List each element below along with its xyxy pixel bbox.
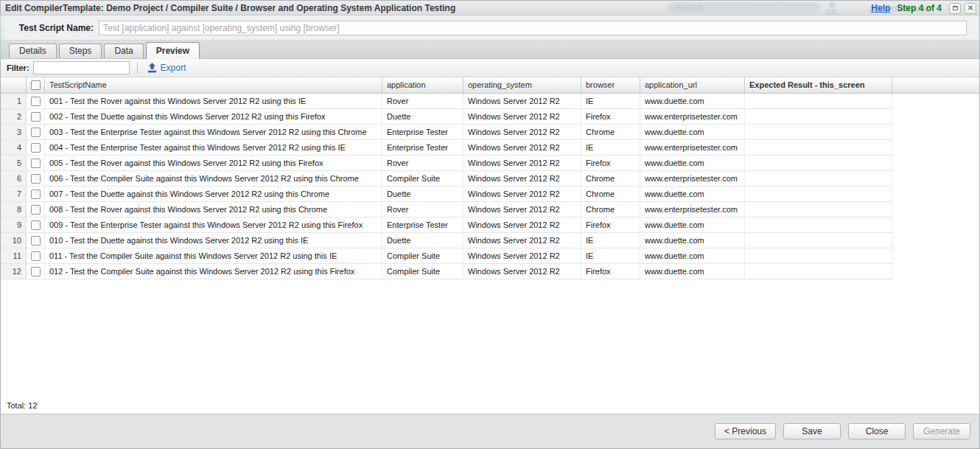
cell-expected_result — [745, 202, 892, 217]
row-checkbox[interactable] — [31, 189, 41, 199]
row-checkbox[interactable] — [31, 143, 41, 153]
cell-browser: Chrome — [581, 187, 640, 201]
row-checkbox[interactable] — [31, 267, 41, 276]
export-label: Export — [161, 63, 186, 73]
row-number-column-header — [1, 77, 27, 93]
table-row: 12012 - Test the Compiler Suite against … — [1, 264, 892, 279]
column-header-testscriptname[interactable]: TestScriptName — [45, 77, 382, 93]
table-row: 4004 - Test the Enterprise Tester agains… — [1, 140, 892, 156]
restore-icon — [953, 6, 958, 10]
cell-operating_system: Windows Server 2012 R2 — [463, 264, 581, 279]
cell-application: Duette — [382, 109, 463, 124]
row-checkbox[interactable] — [31, 174, 41, 184]
previous-button[interactable]: < Previous — [715, 423, 776, 439]
cell-operating_system: Windows Server 2012 R2 — [463, 187, 581, 201]
cell-name: 005 - Test the Rover against this Window… — [45, 156, 382, 170]
restore-button[interactable] — [949, 3, 961, 14]
tab-steps[interactable]: Steps — [59, 43, 102, 58]
header-filler — [892, 77, 979, 93]
table-row: 6006 - Test the Compiler Suite against t… — [1, 171, 892, 187]
window-title-bar: search administrator Edit CompilerTempla… — [1, 1, 979, 15]
filter-input[interactable] — [33, 61, 130, 74]
column-header-expected-result-this-screen[interactable]: Expected Result - this_screen — [745, 77, 892, 93]
table-row: 1001 - Test the Rover against this Windo… — [1, 94, 892, 109]
row-checkbox[interactable] — [31, 236, 41, 246]
row-checkbox[interactable] — [31, 220, 41, 230]
cell-operating_system: Windows Server 2012 R2 — [463, 109, 581, 124]
table-row: 9009 - Test the Enterprise Tester agains… — [1, 217, 892, 233]
cell-operating_system: Windows Server 2012 R2 — [463, 202, 581, 217]
cell-application_url: www.duette.com — [640, 187, 745, 201]
cell-operating_system: Windows Server 2012 R2 — [463, 156, 581, 170]
cell-expected_result — [745, 109, 892, 124]
table-row: 2002 - Test the Duette against this Wind… — [1, 109, 892, 125]
tab-preview[interactable]: Preview — [146, 42, 200, 59]
cell-expected_result — [745, 171, 892, 186]
export-button[interactable]: Export — [144, 61, 189, 74]
cell-operating_system: Windows Server 2012 R2 — [463, 248, 581, 263]
cell-application_url: www.enterprisetester.com — [640, 202, 745, 217]
cell-browser: Chrome — [581, 125, 640, 139]
cell-application: Compiler Suite — [382, 264, 463, 279]
select-all-header-cell — [27, 77, 45, 93]
select-all-checkbox[interactable] — [31, 80, 41, 90]
cell-name: 008 - Test the Rover against this Window… — [45, 202, 382, 217]
row-checkbox-cell — [27, 248, 45, 263]
column-header-browser[interactable]: browser — [581, 77, 640, 93]
cell-expected_result — [745, 156, 892, 170]
cell-application: Compiler Suite — [382, 248, 463, 263]
row-number: 3 — [1, 125, 27, 139]
table-row: 7007 - Test the Duette against this Wind… — [1, 187, 892, 202]
grid-rows: 1001 - Test the Rover against this Windo… — [1, 94, 979, 279]
close-button[interactable]: Close — [848, 423, 906, 439]
help-link[interactable]: Help — [871, 3, 890, 13]
cell-operating_system: Windows Server 2012 R2 — [463, 171, 581, 186]
test-script-name-input[interactable] — [99, 21, 967, 35]
page-title: Edit CompilerTemplate: Demo Project / Co… — [5, 3, 455, 13]
row-number: 10 — [1, 233, 27, 248]
column-header-operating-system[interactable]: operating_system — [463, 77, 581, 93]
save-button[interactable]: Save — [783, 423, 841, 439]
window-controls: Help Step 4 of 4 ✕ — [871, 1, 976, 15]
column-header-application[interactable]: application — [382, 77, 463, 93]
cell-browser: Firefox — [581, 109, 640, 124]
row-number: 2 — [1, 109, 27, 124]
row-checkbox[interactable] — [31, 159, 41, 168]
cell-browser: IE — [581, 233, 640, 248]
upload-arrow-icon — [147, 63, 157, 73]
row-number: 6 — [1, 171, 27, 186]
cell-expected_result — [745, 125, 892, 139]
cell-operating_system: Windows Server 2012 R2 — [463, 217, 581, 232]
cell-application_url: www.duette.com — [640, 248, 745, 263]
row-checkbox[interactable] — [31, 128, 41, 137]
tab-data[interactable]: Data — [104, 43, 143, 58]
cell-application: Rover — [382, 202, 463, 217]
cell-browser: IE — [581, 140, 640, 155]
test-script-name-label: Test Script Name: — [1, 23, 99, 33]
cell-operating_system: Windows Server 2012 R2 — [463, 94, 581, 108]
row-checkbox[interactable] — [31, 251, 41, 261]
cell-expected_result — [745, 187, 892, 201]
cell-browser: Firefox — [581, 217, 640, 232]
row-number: 11 — [1, 248, 27, 263]
cell-application: Enterprise Tester — [382, 217, 463, 232]
cell-browser: IE — [581, 248, 640, 263]
close-button[interactable]: ✕ — [965, 3, 976, 14]
table-row: 3003 - Test the Enterprise Tester agains… — [1, 125, 892, 140]
row-checkbox[interactable] — [31, 97, 41, 106]
column-header-application-url[interactable]: application_url — [640, 77, 745, 93]
cell-application: Duette — [382, 187, 463, 201]
table-row: 11011 - Test the Compiler Suite against … — [1, 248, 892, 264]
cell-name: 010 - Test the Duette against this Windo… — [45, 233, 382, 248]
tab-details[interactable]: Details — [9, 43, 57, 58]
row-checkbox-cell — [27, 264, 45, 279]
row-checkbox[interactable] — [31, 112, 41, 122]
row-checkbox-cell — [27, 171, 45, 186]
preview-toolbar: Filter: Export — [1, 59, 979, 77]
cell-application: Rover — [382, 156, 463, 170]
total-count: Total: 12 — [1, 398, 979, 414]
row-checkbox[interactable] — [31, 205, 41, 215]
row-number: 12 — [1, 264, 27, 279]
row-checkbox-cell — [27, 202, 45, 217]
cell-expected_result — [745, 264, 892, 279]
